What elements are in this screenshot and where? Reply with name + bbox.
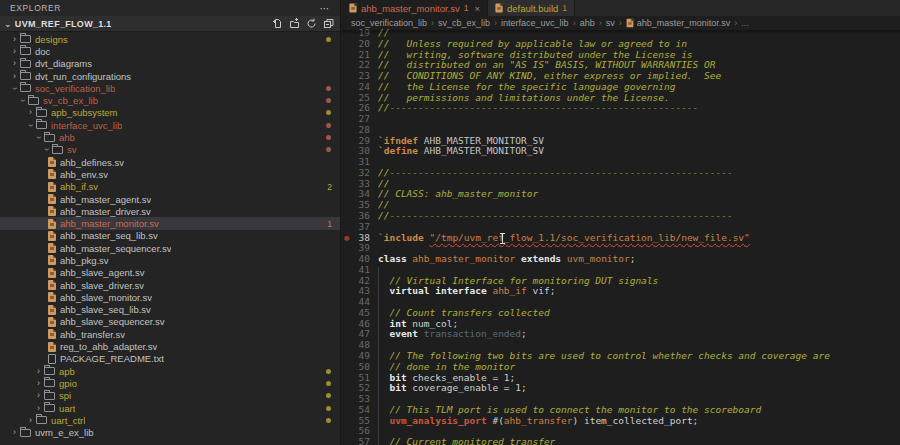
- problem-dot-badge: [326, 86, 331, 91]
- overflow-menu-icon[interactable]: ⋯: [319, 3, 330, 14]
- tree-item-doc[interactable]: ›doc: [0, 45, 340, 57]
- breadcrumb-separator-icon: ›: [494, 18, 497, 28]
- tree-item-ahb-slave-driver-sv[interactable]: ahb_slave_driver.sv: [0, 279, 340, 291]
- tab-default-build[interactable]: default.build 1: [488, 0, 575, 16]
- problem-dot-badge: [326, 393, 331, 398]
- tree-item-ahb-master-sequencer-sv[interactable]: ahb_master_sequencer.sv: [0, 242, 340, 254]
- tree-item-ahb-if-sv[interactable]: ahb_if.sv2: [0, 181, 340, 193]
- chevron-collapsed-icon: ›: [10, 428, 19, 437]
- breadcrumb-item[interactable]: ahb_master_monitor.sv: [637, 18, 731, 28]
- problem-dot-badge: [326, 110, 331, 115]
- tree-item-label: ahb_slave_agent.sv: [60, 267, 145, 278]
- code-text: class ahb_master_monitor extends uvm_mon…: [370, 254, 635, 265]
- code-text: // CLASS: ahb_master_monitor: [370, 189, 538, 200]
- close-icon[interactable]: ×: [474, 3, 480, 14]
- scroll-shadow: [342, 30, 900, 35]
- line-number: 20: [342, 39, 370, 50]
- sv-file-icon: [48, 268, 56, 278]
- new-file-icon[interactable]: [272, 18, 283, 29]
- line-number: 54: [342, 405, 370, 416]
- tree-item-uvm-e-ex-lib[interactable]: ›uvm_e_ex_lib: [0, 427, 340, 439]
- tab-problem-badge: 1: [464, 3, 469, 13]
- tree-item-ahb-env-sv[interactable]: ahb_env.sv: [0, 168, 340, 180]
- code-line-52: 52 bit coverage_enable = 1;: [342, 383, 900, 394]
- folder-icon: [28, 97, 39, 105]
- breadcrumb-item[interactable]: sv_cb_ex_lib: [438, 18, 490, 28]
- code-text: [370, 394, 378, 405]
- tree-item-label: uart_ctrl: [51, 415, 85, 426]
- code-text: [370, 125, 378, 136]
- tree-item-label: designs: [35, 34, 68, 45]
- tree-item-label: apb_subsystem: [51, 107, 118, 118]
- tree-item-ahb-defines-sv[interactable]: ahb_defines.sv: [0, 156, 340, 168]
- tree-item-dvt-run-configurations[interactable]: ›dvt_run_configurations: [0, 70, 340, 82]
- tree-item-ahb-transfer-sv[interactable]: ahb_transfer.sv: [0, 328, 340, 340]
- tree-item-ahb-master-agent-sv[interactable]: ahb_master_agent.sv: [0, 193, 340, 205]
- tree-item-ahb[interactable]: ›ahb: [0, 131, 340, 143]
- folder-icon: [36, 121, 47, 129]
- tree-item-package-readme-txt[interactable]: PACKAGE_README.txt: [0, 353, 340, 365]
- code-text: [370, 222, 378, 233]
- code-text: //--------------------------------------…: [370, 168, 733, 179]
- tree-item-uart-ctrl[interactable]: ›uart_ctrl: [0, 414, 340, 426]
- code-editor[interactable]: 19//20// Unless required by applicable l…: [342, 30, 900, 445]
- tree-item-soc-verification-lib[interactable]: ›soc_verification_lib: [0, 82, 340, 94]
- breadcrumb-item[interactable]: sv: [606, 18, 615, 28]
- tree-item-sv-cb-ex-lib[interactable]: ›sv_cb_ex_lib: [0, 94, 340, 106]
- code-text: [370, 297, 378, 308]
- tree-item-spi[interactable]: ›spi: [0, 390, 340, 402]
- tree-item-designs[interactable]: ›designs: [0, 33, 340, 45]
- tree-item-ahb-pkg-sv[interactable]: ahb_pkg.sv: [0, 254, 340, 266]
- tree-item-ahb-master-seq-lib-sv[interactable]: ahb_master_seq_lib.sv: [0, 230, 340, 242]
- tree-item-label: ahb_slave_seq_lib.sv: [60, 304, 151, 315]
- code-line-34: 34// CLASS: ahb_master_monitor: [342, 189, 900, 200]
- project-name: UVM_REF_FLOW_1.1: [15, 19, 112, 29]
- breadcrumb-separator-icon: ›: [599, 18, 602, 28]
- tab-problem-badge: 1: [562, 3, 567, 13]
- breadcrumb-separator-icon: ›: [734, 18, 737, 28]
- tree-item-ahb-slave-monitor-sv[interactable]: ahb_slave_monitor.sv: [0, 291, 340, 303]
- code-text: [370, 340, 378, 351]
- code-text: [370, 426, 378, 437]
- tree-item-ahb-master-driver-sv[interactable]: ahb_master_driver.sv: [0, 205, 340, 217]
- tree-item-sv[interactable]: ›sv: [0, 144, 340, 156]
- folder-icon: [20, 72, 31, 80]
- new-folder-icon[interactable]: [289, 18, 300, 29]
- folder-icon: [36, 416, 47, 424]
- tree-item-gpio[interactable]: ›gpio: [0, 377, 340, 389]
- tree-item-apb-subsystem[interactable]: ›apb_subsystem: [0, 107, 340, 119]
- tree-item-apb[interactable]: ›apb: [0, 365, 340, 377]
- tree-item-label: dvt_diagrams: [35, 58, 92, 69]
- tree-item-interface-uvc-lib[interactable]: ›interface_uvc_lib: [0, 119, 340, 131]
- code-text: uvm_analysis_port #(ahb_transfer) item_c…: [370, 416, 698, 427]
- sv-file-icon: [48, 292, 56, 302]
- chevron-expanded-icon: ›: [42, 145, 51, 154]
- breadcrumb-item[interactable]: ahb: [580, 18, 595, 28]
- folder-icon: [20, 429, 31, 437]
- tree-item-uart[interactable]: ›uart: [0, 402, 340, 414]
- breadcrumb-item[interactable]: interface_uvc_lib: [501, 18, 569, 28]
- problem-dot-badge: [326, 98, 331, 103]
- tab-label: default.build: [507, 3, 558, 14]
- refresh-icon[interactable]: [306, 18, 317, 29]
- collapse-folders-icon[interactable]: [323, 18, 334, 29]
- tab-ahb-master-monitor[interactable]: ahb_master_monitor.sv 1 ×: [342, 0, 488, 16]
- tree-item-label: reg_to_ahb_adapter.sv: [60, 341, 157, 352]
- sv-file-icon: [48, 182, 56, 192]
- project-section-header[interactable]: ⌄ UVM_REF_FLOW_1.1: [0, 16, 340, 32]
- tree-item-ahb-master-monitor-sv[interactable]: ahb_master_monitor.sv1: [0, 217, 340, 229]
- tree-item-reg-to-ahb-adapter-sv[interactable]: reg_to_ahb_adapter.sv: [0, 340, 340, 352]
- chevron-collapsed-icon: ›: [10, 72, 19, 81]
- chevron-collapsed-icon: ›: [10, 59, 19, 68]
- code-text: [370, 114, 378, 125]
- tree-item-ahb-slave-sequencer-sv[interactable]: ahb_slave_sequencer.sv: [0, 316, 340, 328]
- tree-item-ahb-slave-agent-sv[interactable]: ahb_slave_agent.sv: [0, 267, 340, 279]
- tree-item-label: ahb_transfer.sv: [60, 329, 125, 340]
- chevron-collapsed-icon: ›: [34, 379, 43, 388]
- chevron-expanded-icon: ›: [34, 133, 43, 142]
- tree-item-ahb-slave-seq-lib-sv[interactable]: ahb_slave_seq_lib.sv: [0, 304, 340, 316]
- tree-item-label: uvm_e_ex_lib: [35, 427, 94, 438]
- tree-item-dvt-diagrams[interactable]: ›dvt_diagrams: [0, 58, 340, 70]
- breadcrumb-item[interactable]: ...: [741, 18, 749, 28]
- tree-item-label: ahb_defines.sv: [60, 157, 124, 168]
